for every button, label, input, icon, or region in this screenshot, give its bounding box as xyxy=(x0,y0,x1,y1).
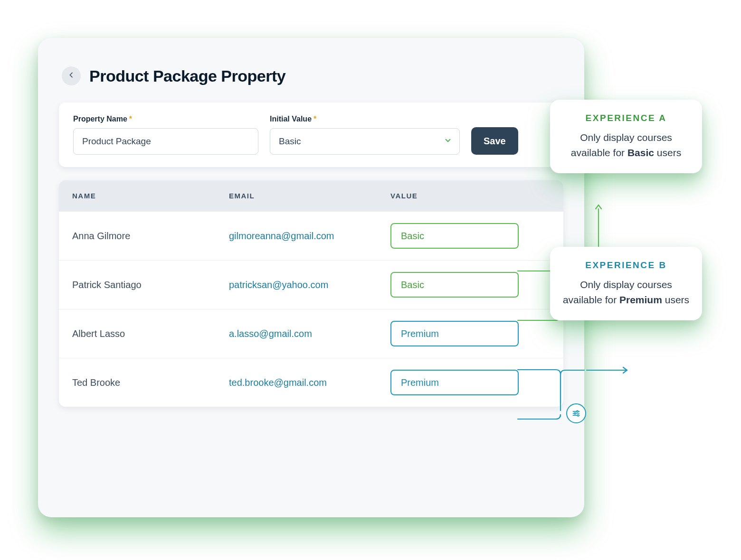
property-form: Property Name* Initial Value* Save xyxy=(59,103,563,167)
initial-value-label-text: Initial Value xyxy=(270,115,312,123)
property-name-label: Property Name* xyxy=(73,115,258,123)
svg-point-3 xyxy=(577,411,578,412)
table-row: Ted Brooketed.brooke@gmail.comPremium xyxy=(59,358,563,407)
page-title: Product Package Property xyxy=(89,67,285,85)
cell-name: Patrick Santiago xyxy=(72,280,229,290)
cell-name: Albert Lasso xyxy=(72,328,229,339)
panel-header: Product Package Property xyxy=(62,66,563,85)
svg-point-5 xyxy=(578,415,579,416)
value-pill[interactable]: Basic xyxy=(390,272,519,298)
col-value: VALUE xyxy=(390,192,550,200)
cell-email[interactable]: patricksan@yahoo.com xyxy=(229,280,390,290)
cell-value: Basic xyxy=(390,272,550,298)
experience-b-card: EXPERIENCE B Only display courses availa… xyxy=(550,247,702,320)
property-name-label-text: Property Name xyxy=(73,115,127,123)
initial-value-field: Initial Value* xyxy=(270,115,460,155)
cell-email[interactable]: a.lasso@gmail.com xyxy=(229,328,390,339)
table-header: NAME EMAIL VALUE xyxy=(59,180,563,211)
cell-email[interactable]: ted.brooke@gmail.com xyxy=(229,377,390,388)
svg-point-4 xyxy=(574,412,576,414)
initial-value-select[interactable] xyxy=(270,128,460,155)
cell-value: Basic xyxy=(390,223,550,249)
property-panel: Product Package Property Property Name* … xyxy=(38,38,584,517)
experience-b-body: Only display courses available for Premi… xyxy=(562,277,690,307)
cell-value: Premium xyxy=(390,370,550,395)
cell-email[interactable]: gilmoreanna@gmail.com xyxy=(229,231,390,242)
property-name-input[interactable] xyxy=(73,128,258,155)
cell-name: Anna Gilmore xyxy=(72,231,229,242)
experience-a-body: Only display courses available for Basic… xyxy=(562,130,690,160)
value-pill[interactable]: Premium xyxy=(390,370,519,395)
property-name-field: Property Name* xyxy=(73,115,258,155)
col-email: EMAIL xyxy=(229,192,390,200)
value-pill[interactable]: Premium xyxy=(390,321,519,346)
save-button[interactable]: Save xyxy=(471,127,518,155)
required-marker: * xyxy=(314,115,316,123)
value-pill[interactable]: Basic xyxy=(390,223,519,249)
cell-value: Premium xyxy=(390,321,550,346)
back-button[interactable] xyxy=(62,66,81,85)
experience-a-card: EXPERIENCE A Only display courses availa… xyxy=(550,100,702,173)
table-row: Anna Gilmoregilmoreanna@gmail.comBasic xyxy=(59,211,563,260)
table-row: Patrick Santiagopatricksan@yahoo.comBasi… xyxy=(59,260,563,309)
col-name: NAME xyxy=(72,192,229,200)
experience-a-title: EXPERIENCE A xyxy=(562,113,690,123)
sliders-icon xyxy=(566,403,586,423)
table-row: Albert Lassoa.lasso@gmail.comPremium xyxy=(59,309,563,358)
experience-b-title: EXPERIENCE B xyxy=(562,260,690,271)
cell-name: Ted Brooke xyxy=(72,377,229,388)
users-table: NAME EMAIL VALUE Anna Gilmoregilmoreanna… xyxy=(59,180,563,407)
arrow-left-icon xyxy=(67,71,75,81)
initial-value-label: Initial Value* xyxy=(270,115,460,123)
required-marker: * xyxy=(129,115,132,123)
